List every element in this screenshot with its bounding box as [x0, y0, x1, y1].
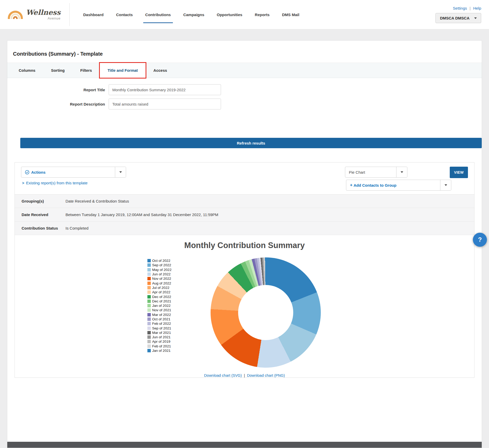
legend-swatch-icon — [147, 282, 151, 285]
existing-reports-label: Existing report(s) from this template — [26, 181, 88, 185]
legend-label: Jan of 2021 — [152, 349, 171, 353]
page-title: Contributions (Summary) - Template — [13, 51, 476, 57]
settings-link[interactable]: Settings — [453, 6, 467, 10]
chart-type-value: Pie Chart — [345, 167, 396, 177]
add-contacts-to-group-button[interactable]: Add Contacts to Group — [346, 180, 451, 191]
legend-item: Aug of 2022 — [147, 281, 171, 285]
donut-chart-wrap — [211, 257, 321, 368]
legend-swatch-icon — [147, 327, 151, 330]
chevron-down-icon — [474, 17, 477, 19]
chart-legend: Oct of 2022Sep of 2022May of 2022Jun of … — [147, 257, 171, 353]
legend-label: May of 2022 — [152, 268, 171, 272]
legend-item: Jan of 2021 — [147, 348, 171, 353]
existing-reports-link[interactable]: Existing report(s) from this template — [22, 181, 88, 185]
legend-swatch-icon — [147, 300, 151, 303]
refresh-results-button[interactable]: Refresh results — [20, 138, 482, 148]
legend-item: Jan of 2022 — [147, 303, 171, 308]
nav-item-campaigns[interactable]: Campaigns — [183, 10, 205, 20]
legend-label: Nov of 2021 — [152, 308, 171, 312]
tab-columns[interactable]: Columns — [11, 63, 43, 78]
legend-label: Dec of 2021 — [152, 299, 171, 303]
brand-name: Wellness — [26, 9, 61, 16]
brand-logo: Wellness Avenue — [8, 3, 70, 26]
legend-item: Dec of 2022 — [147, 294, 171, 299]
user-menu-button[interactable]: DMSCA DMSCA — [435, 13, 481, 23]
tab-access[interactable]: Access — [146, 63, 175, 78]
header-right: Settings | Help DMSCA DMSCA — [435, 0, 481, 29]
footer-strip — [7, 442, 482, 448]
app-header: Wellness Avenue DashboardContactsContrib… — [0, 0, 489, 29]
criteria-value: Is Completed — [66, 226, 88, 230]
brand-tagline: Avenue — [48, 16, 61, 20]
nav-item-opportunities[interactable]: Opportunities — [216, 10, 243, 20]
top-links: Settings | Help — [453, 6, 481, 10]
nav-item-reports[interactable]: Reports — [254, 10, 270, 20]
toolbar-left: Actions Existing report(s) from this tem… — [21, 167, 126, 191]
tab-sorting[interactable]: Sorting — [43, 63, 73, 78]
user-menu-label: DMSCA DMSCA — [440, 16, 470, 20]
legend-swatch-icon — [147, 277, 151, 280]
report-criteria-rows: Grouping(s)Date Received & Contribution … — [15, 194, 474, 235]
legend-item: May of 2022 — [147, 268, 171, 272]
legend-swatch-icon — [147, 290, 151, 294]
legend-item: Mar of 2021 — [147, 330, 171, 335]
legend-label: Jun of 2022 — [152, 272, 171, 276]
legend-swatch-icon — [147, 308, 151, 312]
legend-label: Mar of 2021 — [152, 331, 171, 335]
nav-item-dms-mail[interactable]: DMS Mail — [282, 10, 300, 20]
actions-dropdown-label: Actions — [21, 167, 115, 177]
chart-type-row: Pie Chart VIEW — [345, 167, 468, 178]
rainbow-arc-inner — [13, 16, 18, 19]
chevron-down-icon — [401, 171, 403, 173]
chart-type-select[interactable]: Pie Chart — [345, 167, 407, 178]
legend-item: Dec of 2021 — [147, 299, 171, 303]
actions-dropdown[interactable]: Actions — [21, 167, 126, 178]
legend-label: Aug of 2022 — [152, 281, 171, 285]
donut-chart[interactable] — [211, 257, 321, 368]
actions-label-text: Actions — [31, 170, 45, 174]
legend-swatch-icon — [147, 349, 151, 352]
help-link[interactable]: Help — [473, 6, 481, 10]
download-svg-link[interactable]: Download chart (SVG) — [204, 373, 242, 378]
criteria-value: Between Tuesday 1 January 2019, 12:00AM … — [66, 212, 218, 217]
legend-swatch-icon — [147, 317, 151, 321]
view-button[interactable]: VIEW — [450, 167, 468, 178]
criteria-value: Date Received & Contribution Status — [66, 199, 129, 203]
legend-swatch-icon — [147, 340, 151, 343]
chart-section: Monthly Contribution Summary Oct of 2022… — [15, 235, 474, 378]
report-card: Contributions (Summary) - Template Colum… — [7, 40, 482, 448]
legend-item: Nov of 2022 — [147, 276, 171, 281]
legend-label: Sep of 2021 — [152, 326, 171, 330]
brand-text: Wellness Avenue — [26, 9, 61, 20]
legend-label: Oct of 2021 — [152, 317, 170, 321]
report-title-input[interactable] — [109, 84, 221, 95]
legend-label: Mar of 2022 — [152, 313, 171, 317]
legend-item: Oct of 2021 — [147, 317, 171, 321]
legend-item: Sep of 2022 — [147, 263, 171, 267]
download-png-link[interactable]: Download chart (PNG) — [247, 373, 285, 378]
add-contacts-caret-button[interactable] — [440, 180, 451, 190]
legend-label: Jun of 2021 — [152, 335, 171, 339]
add-contacts-label: Add Contacts to Group — [354, 183, 396, 187]
nav-item-contacts[interactable]: Contacts — [115, 10, 133, 20]
tab-filters[interactable]: Filters — [73, 63, 100, 78]
criteria-row-date-received: Date ReceivedBetween Tuesday 1 January 2… — [15, 208, 474, 222]
report-form: Report Title Report Description — [7, 84, 482, 113]
report-title-row: Report Title — [7, 84, 482, 95]
legend-item: Feb of 2021 — [147, 344, 171, 348]
tab-title-and-format[interactable]: Title and Format — [100, 63, 146, 78]
report-description-input[interactable] — [109, 99, 221, 109]
legend-label: Oct of 2022 — [152, 259, 170, 263]
legend-label: Apr of 2022 — [152, 290, 170, 294]
nav-item-contributions[interactable]: Contributions — [145, 10, 171, 20]
legend-label: Jan of 2022 — [152, 304, 171, 308]
legend-item: Oct of 2022 — [147, 258, 171, 263]
chevron-right-icon — [22, 181, 24, 185]
chart-type-caret-button[interactable] — [396, 167, 407, 177]
help-floating-button[interactable]: ? — [473, 233, 487, 247]
legend-swatch-icon — [147, 313, 151, 316]
nav-item-dashboard[interactable]: Dashboard — [83, 10, 104, 20]
legend-swatch-icon — [147, 335, 151, 339]
actions-caret-button[interactable] — [115, 167, 126, 177]
plus-icon — [350, 183, 353, 188]
